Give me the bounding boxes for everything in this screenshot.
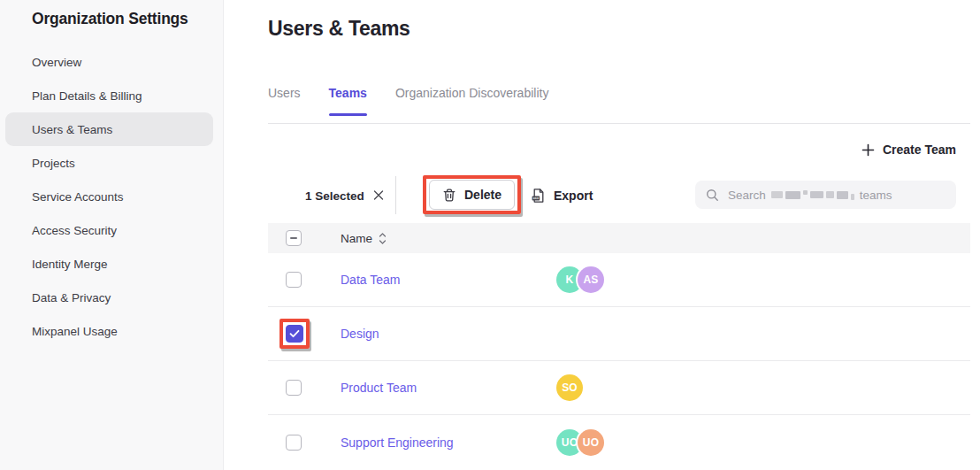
trash-icon xyxy=(442,188,456,203)
create-team-label: Create Team xyxy=(883,143,956,157)
avatar: SO xyxy=(556,374,583,401)
tab-organization-discoverability[interactable]: Organization Discoverability xyxy=(395,85,549,103)
team-member-avatars: UO UO xyxy=(556,429,970,456)
table-header-row: Name xyxy=(268,223,970,253)
sidebar-item-mixpanel-usage[interactable]: Mixpanel Usage xyxy=(5,314,213,348)
row-checkbox[interactable] xyxy=(286,272,302,288)
select-all-cell xyxy=(268,230,341,246)
tab-users[interactable]: Users xyxy=(268,85,301,103)
csv-file-icon: csv xyxy=(531,188,546,204)
teams-table: Name Data Team K AS xyxy=(268,223,970,469)
redacted-text xyxy=(771,190,854,200)
team-member-avatars: SO xyxy=(556,374,970,401)
sidebar-item-data-privacy[interactable]: Data & Privacy xyxy=(5,281,213,314)
svg-text:csv: csv xyxy=(533,196,540,200)
sidebar-title: Organization Settings xyxy=(32,10,188,28)
name-column-header[interactable]: Name xyxy=(341,232,556,245)
sort-icon[interactable] xyxy=(379,233,387,244)
sidebar-item-users-teams[interactable]: Users & Teams xyxy=(5,112,213,146)
row-checkbox[interactable] xyxy=(286,380,302,396)
indeterminate-dash xyxy=(290,237,297,239)
row-checkbox[interactable] xyxy=(286,435,302,451)
table-row: Data Team K AS xyxy=(268,253,970,307)
search-input[interactable]: Search teams xyxy=(695,181,956,209)
create-team-button[interactable]: Create Team xyxy=(861,143,956,157)
annotation-highlight-delete: Delete xyxy=(423,175,521,214)
sidebar-item-plan-details-billing[interactable]: Plan Details & Billing xyxy=(5,79,213,112)
delete-button-label: Delete xyxy=(464,188,501,202)
team-name-link[interactable]: Product Team xyxy=(341,381,417,395)
sidebar-item-identity-merge[interactable]: Identity Merge xyxy=(5,247,213,281)
toolbar-divider xyxy=(395,176,396,214)
search-placeholder: Search teams xyxy=(728,189,892,202)
table-row: Support Engineering UO UO xyxy=(268,415,970,469)
team-name-link[interactable]: Design xyxy=(341,327,379,341)
team-name-link[interactable]: Support Engineering xyxy=(341,435,454,450)
tab-bar: Users Teams Organization Discoverability xyxy=(268,85,970,124)
delete-button[interactable]: Delete xyxy=(429,180,515,210)
plus-icon xyxy=(861,143,875,157)
selected-count-label: 1 Selected xyxy=(305,189,364,202)
team-member-avatars: K AS xyxy=(556,266,970,293)
avatar: UO xyxy=(578,429,604,456)
sidebar: Organization Settings Overview Plan Deta… xyxy=(0,0,224,470)
sidebar-nav: Overview Plan Details & Billing Users & … xyxy=(0,45,223,348)
sidebar-item-access-security[interactable]: Access Security xyxy=(5,213,213,247)
table-row: Design xyxy=(268,307,970,361)
team-name-link[interactable]: Data Team xyxy=(341,273,400,287)
close-icon[interactable] xyxy=(373,190,384,201)
sidebar-item-projects[interactable]: Projects xyxy=(5,146,213,180)
selection-status: 1 Selected xyxy=(305,189,384,202)
sidebar-item-overview[interactable]: Overview xyxy=(5,45,213,79)
export-button[interactable]: csv Export xyxy=(531,188,593,204)
table-row: Product Team SO xyxy=(268,361,970,415)
search-icon xyxy=(706,189,719,202)
main-content: Users & Teams Users Teams Organization D… xyxy=(268,0,970,470)
organization-settings-page: Organization Settings Overview Plan Deta… xyxy=(0,0,980,470)
select-all-checkbox[interactable] xyxy=(286,230,302,246)
toolbar: 1 Selected Delete csv Export Search xyxy=(268,176,970,214)
annotation-highlight-checkbox xyxy=(279,319,310,349)
avatar: AS xyxy=(578,266,604,293)
checkmark-icon xyxy=(289,329,300,338)
sidebar-item-service-accounts[interactable]: Service Accounts xyxy=(5,180,213,213)
row-checkbox[interactable] xyxy=(286,325,303,343)
export-button-label: Export xyxy=(554,189,593,203)
tab-teams[interactable]: Teams xyxy=(329,85,367,103)
page-title: Users & Teams xyxy=(268,17,410,41)
